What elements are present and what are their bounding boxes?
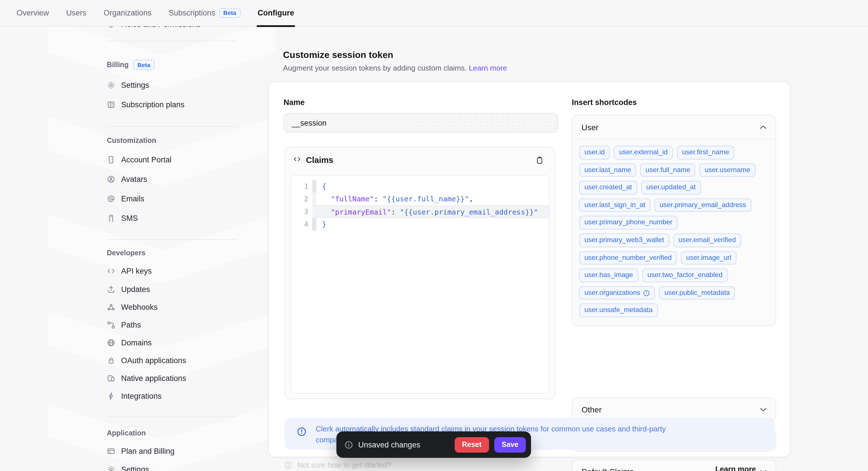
- shortcode-chip-user.image_url[interactable]: user.image_url: [681, 251, 736, 265]
- shortcode-chip-user.email_verified[interactable]: user.email_verified: [673, 234, 741, 247]
- accordion-label: Default Claims: [582, 467, 634, 471]
- shortcode-chip-user.public_metadata[interactable]: user.public_metadata: [659, 286, 735, 300]
- sidebar-item-emails[interactable]: Emails: [107, 195, 239, 203]
- sidebar: Roles and PermissionsBillingBetaSettings…: [0, 26, 259, 471]
- shortcode-chip-user.first_name[interactable]: user.first_name: [677, 146, 734, 159]
- nav-tab-subscriptions[interactable]: SubscriptionsBeta: [169, 0, 241, 26]
- line-number: 1: [291, 180, 308, 193]
- fold-gutter: [312, 193, 316, 205]
- chip-label: user.created_at: [584, 183, 632, 192]
- sidebar-section-label: Billing: [107, 61, 129, 69]
- code-line-4[interactable]: 4}: [291, 218, 549, 231]
- plans-icon: [107, 100, 115, 109]
- fold-gutter: [312, 180, 316, 193]
- sidebar-item-oauth-applications[interactable]: OAuth applications: [107, 356, 239, 365]
- shortcode-chip-user.external_id[interactable]: user.external_id: [614, 146, 673, 159]
- sidebar-item-label: Plan and Billing: [121, 447, 175, 456]
- chip-label: user.primary_email_address: [660, 201, 746, 210]
- sidebar-item-paths[interactable]: Paths: [107, 321, 239, 329]
- shortcode-chip-user.id[interactable]: user.id: [579, 146, 610, 159]
- sidebar-item-api-keys[interactable]: API keys: [107, 267, 239, 275]
- chip-label: user.has_image: [584, 271, 633, 280]
- sidebar-item-account-portal[interactable]: Account Portal: [107, 156, 239, 164]
- chip-label: user.email_verified: [678, 236, 736, 245]
- name-input[interactable]: [284, 113, 558, 133]
- sidebar-item-subscription-plans[interactable]: Subscription plans: [107, 100, 239, 109]
- sidebar-item-label: OAuth applications: [121, 356, 186, 365]
- footer-learn-more-link[interactable]: Learn more: [715, 465, 756, 471]
- learn-more-link[interactable]: Learn more: [469, 64, 507, 72]
- shortcode-chip-user.primary_phone_number[interactable]: user.primary_phone_number: [579, 216, 678, 230]
- sidebar-item-integrations[interactable]: Integrations: [107, 392, 239, 400]
- shortcode-chip-user.primary_web3_wallet[interactable]: user.primary_web3_wallet: [579, 234, 669, 247]
- chip-label: user.last_name: [584, 166, 631, 174]
- sidebar-item-label: Native applications: [121, 374, 186, 383]
- chip-label: user.public_metadata: [664, 289, 730, 298]
- shortcode-chip-user.phone_number_verified[interactable]: user.phone_number_verified: [579, 251, 677, 265]
- nav-tab-users[interactable]: Users: [66, 0, 87, 26]
- chip-label: user.primary_phone_number: [584, 218, 673, 227]
- nav-tab-label: Configure: [257, 9, 294, 17]
- sidebar-section-developers: Developers: [107, 249, 239, 257]
- copy-icon[interactable]: [533, 153, 547, 167]
- sidebar-item-plan-and-billing[interactable]: Plan and Billing: [107, 447, 239, 456]
- code-line-1[interactable]: 1{: [291, 180, 549, 193]
- sidebar-divider: [107, 41, 237, 41]
- shortcode-chip-user.full_name[interactable]: user.full_name: [640, 163, 695, 177]
- sidebar-item-webhooks[interactable]: Webhooks: [107, 303, 239, 311]
- sidebar-item-label: Avatars: [121, 175, 147, 183]
- code-line-content: "primaryEmail": "{{user.primary_email_ad…: [316, 205, 549, 218]
- chip-label: user.full_name: [646, 166, 690, 174]
- shortcode-chip-user.updated_at[interactable]: user.updated_at: [641, 181, 701, 194]
- code-line-content: "fullName": "{{user.full_name}}",: [316, 193, 549, 205]
- at-icon: [107, 195, 115, 203]
- save-button[interactable]: Save: [494, 437, 526, 452]
- bolt-icon: [107, 392, 115, 400]
- nav-tab-label: Subscriptions: [169, 9, 215, 17]
- alert-circle-icon: [297, 427, 307, 439]
- fold-gutter: [312, 218, 316, 231]
- shortcode-chip-user.unsafe_metadata[interactable]: user.unsafe_metadata: [579, 304, 658, 317]
- portal-icon: [107, 156, 115, 164]
- code-line-content: {: [316, 180, 549, 193]
- nav-tab-overview[interactable]: Overview: [17, 0, 49, 26]
- sidebar-item-avatars[interactable]: Avatars: [107, 175, 239, 183]
- reset-button[interactable]: Reset: [455, 437, 489, 452]
- sidebar-item-native-applications[interactable]: Native applications: [107, 374, 239, 383]
- shortcode-chip-user.has_image[interactable]: user.has_image: [579, 268, 638, 282]
- sidebar-divider: [107, 126, 237, 127]
- sidebar-section-label: Application: [107, 429, 146, 437]
- sidebar-item-settings[interactable]: Settings: [107, 465, 239, 471]
- nav-tab-label: Organizations: [104, 9, 152, 17]
- shortcode-group-other: Other: [572, 398, 776, 420]
- shortcode-chip-user.last_name[interactable]: user.last_name: [579, 163, 637, 177]
- claims-code-editor[interactable]: 1{2 "fullName": "{{user.full_name}}",3 "…: [290, 175, 549, 394]
- sidebar-item-label: Account Portal: [121, 156, 172, 164]
- nav-tab-organizations[interactable]: Organizations: [104, 0, 152, 26]
- avatar-icon: [107, 175, 115, 183]
- code-line-2[interactable]: 2 "fullName": "{{user.full_name}}",: [291, 193, 549, 205]
- book-icon: [284, 461, 292, 469]
- chevron-up-icon: [760, 125, 766, 129]
- shortcode-chip-user.two_factor_enabled[interactable]: user.two_factor_enabled: [642, 268, 727, 282]
- devices-icon: [107, 374, 115, 383]
- sidebar-item-updates[interactable]: Updates: [107, 285, 239, 294]
- shortcode-chip-user.organizations[interactable]: user.organizations: [579, 286, 655, 300]
- nav-tab-label: Users: [66, 9, 87, 17]
- shortcode-chip-user.created_at[interactable]: user.created_at: [579, 181, 637, 194]
- sidebar-item-sms[interactable]: SMS: [107, 214, 239, 223]
- shortcode-chip-user.primary_email_address[interactable]: user.primary_email_address: [654, 199, 751, 212]
- user-accordion-header[interactable]: User: [572, 115, 776, 139]
- shortcode-chip-user.last_sign_in_at[interactable]: user.last_sign_in_at: [579, 199, 650, 212]
- page-title: Customize session token: [283, 50, 393, 60]
- nav-tab-label: Overview: [17, 9, 49, 17]
- chevron-down-icon: [760, 407, 766, 412]
- sidebar-item-settings[interactable]: Settings: [107, 81, 239, 90]
- chip-label: user.organizations: [584, 289, 640, 298]
- sidebar-item-label: Webhooks: [121, 303, 158, 311]
- chip-label: user.phone_number_verified: [584, 253, 672, 262]
- nav-tab-configure[interactable]: Configure: [257, 0, 294, 26]
- shortcode-chip-user.username[interactable]: user.username: [700, 163, 755, 177]
- sidebar-item-domains[interactable]: Domains: [107, 338, 239, 347]
- code-line-3[interactable]: 3 "primaryEmail": "{{user.primary_email_…: [291, 205, 549, 218]
